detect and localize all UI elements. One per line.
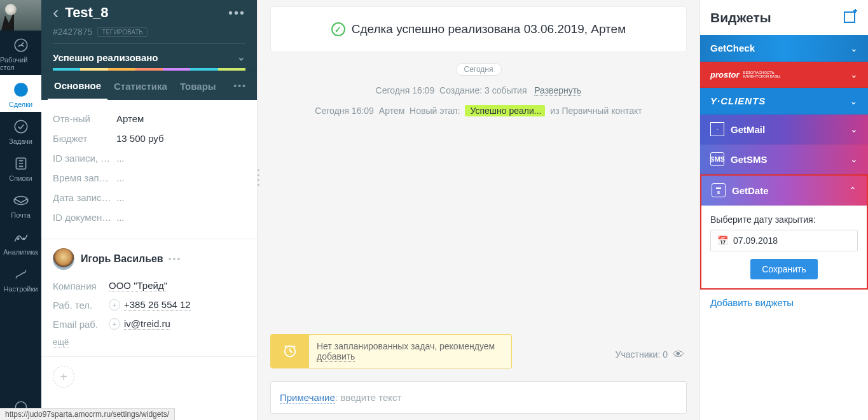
chevron-down-icon: ⌄ xyxy=(850,154,858,164)
stage-badge: Успешно реали... xyxy=(465,105,545,116)
field-value[interactable]: ... xyxy=(116,192,125,203)
nav-analytics[interactable]: Аналитика xyxy=(0,223,41,260)
contact-more-icon[interactable]: ••• xyxy=(169,254,182,264)
sms-icon: SMS xyxy=(710,152,724,166)
task-warning: Нет запланированных задач, рекомендуем д… xyxy=(270,334,512,368)
tab-goods[interactable]: Товары xyxy=(174,72,223,99)
deal-title[interactable]: Test_8 xyxy=(65,4,228,21)
contact-company[interactable]: ООО "Трейд" xyxy=(109,280,167,291)
nav-deals[interactable]: Сделки xyxy=(0,75,41,112)
widget-prostor[interactable]: prostor БЕЗОПАСНОСТЬ КЛИЕНТСКОЙ БАЗЫ ⌄ xyxy=(700,62,868,88)
svg-point-5 xyxy=(23,238,24,239)
field-label: Время записи, xyxy=(53,172,116,183)
date-input[interactable]: 📅 07.09.2018 xyxy=(710,230,858,251)
note-input[interactable]: Примечание: введите текст xyxy=(270,381,687,414)
user-photo[interactable] xyxy=(0,0,41,31)
chevron-down-icon: ⌄ xyxy=(850,69,858,80)
deal-status-row[interactable]: Успешно реализовано ⌄ xyxy=(53,43,245,68)
svg-point-4 xyxy=(17,238,18,239)
svg-point-3 xyxy=(14,197,28,205)
svg-point-1 xyxy=(15,120,27,133)
nav-label: Сделки xyxy=(9,101,33,108)
nav-tasks[interactable]: Задачи xyxy=(0,112,41,149)
nav-rail: Рабочий стол Сделки Задачи Списки Почта … xyxy=(0,0,41,420)
feed-event: Сегодня 16:09 Артем Новый этап: Успешно … xyxy=(270,106,687,116)
note-label[interactable]: Примечание xyxy=(280,392,335,403)
widget-getcheck[interactable]: GetCheck ⌄ xyxy=(700,35,868,62)
nav-settings[interactable]: Настройки xyxy=(0,260,41,297)
nav-label: Списки xyxy=(9,174,32,182)
contact-more-link[interactable]: ещё xyxy=(53,337,69,347)
widget-getsms[interactable]: SMS GetSMS ⌄ xyxy=(700,144,868,174)
deal-fields: Отв-ныйАртем Бюджет13 500 руб ID записи,… xyxy=(41,100,257,239)
add-widget-icon[interactable] xyxy=(843,9,858,26)
nav-mail[interactable]: Почта xyxy=(0,186,41,223)
deal-id: #2427875 xyxy=(53,27,92,37)
deal-tabs: Основное Статистика Товары ••• xyxy=(41,71,257,100)
clock-icon xyxy=(271,335,309,368)
nav-lists[interactable]: Списки xyxy=(0,149,41,186)
field-label: Отв-ный xyxy=(53,113,116,124)
main-area: ✓ Сделка успешно реализована 03.06.2019,… xyxy=(258,0,868,420)
plus-icon[interactable]: + xyxy=(109,299,120,311)
nav-label: Почта xyxy=(11,211,31,219)
deal-status-label: Успешно реализовано xyxy=(53,52,158,63)
field-label: ID записи, Ycli xyxy=(53,153,116,164)
field-value[interactable]: ... xyxy=(116,153,125,164)
tab-main[interactable]: Основное xyxy=(48,71,107,100)
contact-email-label: Email раб. xyxy=(53,319,109,330)
nav-label: Аналитика xyxy=(3,248,38,256)
chevron-up-icon: ⌃ xyxy=(849,185,857,195)
tabs-more-icon[interactable]: ••• xyxy=(233,81,251,91)
check-icon: ✓ xyxy=(331,22,345,36)
contact-phone[interactable]: +385 26 554 12 xyxy=(124,299,191,311)
svg-rect-8 xyxy=(844,12,855,22)
plus-icon[interactable]: + xyxy=(109,318,120,330)
feed-event: Сегодня 16:09 Создание: 3 события Развер… xyxy=(270,85,687,95)
calendar-icon: 📅 xyxy=(717,235,728,246)
widget-getmail[interactable]: GetMail ⌄ xyxy=(700,115,868,144)
tag-button[interactable]: ТЕГИРОВАТЬ xyxy=(97,27,148,37)
nav-dashboard[interactable]: Рабочий стол xyxy=(0,31,41,75)
add-contact-block[interactable]: + xyxy=(41,356,257,396)
add-widgets-link[interactable]: Добавить виджеты xyxy=(700,290,868,316)
widget-getdate-block: ▬8 GetDate ⌃ Выберите дату закрытия: 📅 0… xyxy=(700,174,868,290)
getdate-label: Выберите дату закрытия: xyxy=(710,214,858,225)
expand-link[interactable]: Развернуть xyxy=(534,85,581,96)
tab-stats[interactable]: Статистика xyxy=(107,72,174,99)
mail-icon xyxy=(710,122,724,136)
field-value[interactable]: 13 500 руб xyxy=(116,133,163,144)
field-value[interactable]: ... xyxy=(116,212,125,223)
nav-label: Задачи xyxy=(9,137,32,145)
chevron-down-icon: ⌄ xyxy=(850,96,858,106)
field-value[interactable]: Артем xyxy=(116,113,144,124)
calendar-icon: ▬8 xyxy=(712,183,726,197)
success-text: Сделка успешно реализована 03.06.2019, А… xyxy=(352,22,626,36)
field-value[interactable]: ... xyxy=(116,172,125,183)
field-label: Бюджет xyxy=(53,133,116,144)
add-task-link[interactable]: добавить xyxy=(317,351,355,362)
contact-name[interactable]: Игорь Васильев xyxy=(81,253,163,265)
widget-yclients[interactable]: Y·CLIENTS ⌄ xyxy=(700,88,868,115)
widgets-title: Виджеты xyxy=(710,10,771,25)
contact-company-label: Компания xyxy=(53,281,109,291)
feed-column: ✓ Сделка успешно реализована 03.06.2019,… xyxy=(258,0,699,420)
contact-avatar[interactable] xyxy=(53,248,74,270)
back-button[interactable]: ‹ xyxy=(53,4,59,22)
widgets-panel: Виджеты GetCheck ⌄ prostor БЕЗОПАСНОСТЬ … xyxy=(699,0,868,420)
field-label: ID документа, xyxy=(53,212,116,223)
deal-header: ‹ Test_8 ••• #2427875 ТЕГИРОВАТЬ Успешно… xyxy=(41,0,257,71)
nav-label: Настройки xyxy=(4,285,38,293)
contact-phone-label: Раб. тел. xyxy=(53,300,109,311)
contact-email[interactable]: iv@treid.ru xyxy=(124,318,170,330)
nav-label: Рабочий стол xyxy=(0,56,41,71)
add-plus-icon: + xyxy=(53,366,74,388)
resize-handle[interactable] xyxy=(255,0,259,420)
deal-sidebar: ‹ Test_8 ••• #2427875 ТЕГИРОВАТЬ Успешно… xyxy=(41,0,258,420)
widget-getdate[interactable]: ▬8 GetDate ⌃ xyxy=(701,176,867,206)
pipeline-bar xyxy=(53,68,245,71)
status-bar-url: https://judo97sparta.amocrm.ru/settings/… xyxy=(0,408,175,420)
save-button[interactable]: Сохранить xyxy=(750,259,818,279)
participants-row[interactable]: Участники: 0 👁 xyxy=(613,348,687,361)
deal-more-icon[interactable]: ••• xyxy=(228,6,245,20)
